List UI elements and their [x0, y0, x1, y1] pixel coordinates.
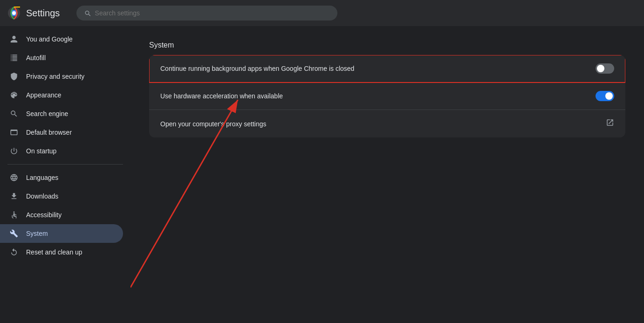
- chrome-logo-icon: [7, 7, 21, 20]
- sidebar-item-label: On startup: [26, 147, 56, 155]
- sidebar-item-autofill[interactable]: Autofill: [0, 48, 123, 67]
- sidebar-item-privacy-and-security[interactable]: Privacy and security: [0, 67, 123, 86]
- sidebar-item-reset-and-clean-up[interactable]: Reset and clean up: [0, 243, 123, 261]
- header-logo: Settings: [7, 7, 60, 20]
- power-icon: [9, 146, 19, 156]
- sidebar-item-label: Appearance: [26, 91, 62, 99]
- palette-icon: [9, 90, 19, 100]
- sidebar: You and Google Autofill Privacy and secu…: [0, 26, 130, 323]
- sidebar-item-you-and-google[interactable]: You and Google: [0, 30, 123, 48]
- page-title: Settings: [26, 8, 60, 19]
- sidebar-item-label: Privacy and security: [26, 73, 84, 80]
- sidebar-item-appearance[interactable]: Appearance: [0, 86, 123, 104]
- sidebar-item-label: You and Google: [26, 35, 73, 43]
- sidebar-item-label: System: [26, 230, 48, 237]
- hardware-acceleration-toggle[interactable]: [596, 91, 614, 101]
- search-bar[interactable]: [76, 6, 337, 21]
- reset-icon: [9, 247, 19, 257]
- section-title: System: [149, 41, 625, 49]
- magnify-icon: [9, 109, 19, 118]
- sidebar-item-label: Search engine: [26, 110, 68, 117]
- search-icon: [84, 9, 91, 17]
- browser-icon: [9, 128, 19, 137]
- sidebar-item-accessibility[interactable]: Accessibility: [0, 206, 123, 224]
- accessibility-icon: [9, 210, 19, 220]
- sidebar-item-search-engine[interactable]: Search engine: [0, 104, 123, 123]
- sidebar-item-languages[interactable]: Languages: [0, 168, 123, 187]
- sidebar-item-system[interactable]: System: [0, 224, 123, 243]
- svg-point-2: [12, 11, 16, 15]
- sidebar-item-label: Default browser: [26, 129, 72, 136]
- globe-icon: [9, 173, 19, 182]
- sidebar-item-downloads[interactable]: Downloads: [0, 187, 123, 206]
- background-apps-label: Continue running background apps when Go…: [160, 65, 354, 72]
- settings-card: Continue running background apps when Go…: [149, 55, 625, 137]
- main-layout: You and Google Autofill Privacy and secu…: [0, 26, 644, 323]
- external-link-icon: [606, 118, 614, 129]
- search-input[interactable]: [95, 9, 330, 17]
- sidebar-divider: [7, 164, 123, 165]
- header: Settings: [0, 0, 644, 26]
- toggle-track[interactable]: [596, 63, 614, 74]
- main-content: System Continue running background apps …: [130, 26, 644, 152]
- toggle-thumb: [597, 65, 604, 72]
- sidebar-item-label: Reset and clean up: [26, 248, 82, 256]
- proxy-settings-label: Open your computer's proxy settings: [160, 120, 267, 128]
- toggle-thumb: [605, 92, 613, 100]
- autofill-icon: [9, 53, 19, 62]
- person-icon: [9, 34, 19, 44]
- settings-row-proxy[interactable]: Open your computer's proxy settings: [149, 110, 625, 137]
- svg-point-3: [14, 212, 15, 213]
- sidebar-item-label: Autofill: [26, 54, 46, 62]
- settings-row-hardware-acceleration: Use hardware acceleration when available: [149, 82, 625, 110]
- download-icon: [9, 192, 19, 201]
- settings-row-background-apps: Continue running background apps when Go…: [149, 55, 625, 82]
- toggle-track[interactable]: [596, 91, 614, 101]
- hardware-acceleration-label: Use hardware acceleration when available: [160, 92, 283, 100]
- shield-icon: [9, 72, 19, 81]
- sidebar-item-label: Accessibility: [26, 211, 62, 219]
- sidebar-item-label: Languages: [26, 174, 58, 181]
- sidebar-item-default-browser[interactable]: Default browser: [0, 123, 123, 142]
- sidebar-item-label: Downloads: [26, 192, 58, 200]
- content-wrapper: System Continue running background apps …: [130, 26, 644, 323]
- background-apps-toggle[interactable]: [596, 63, 614, 74]
- wrench-icon: [9, 229, 19, 238]
- sidebar-item-on-startup[interactable]: On startup: [0, 142, 123, 160]
